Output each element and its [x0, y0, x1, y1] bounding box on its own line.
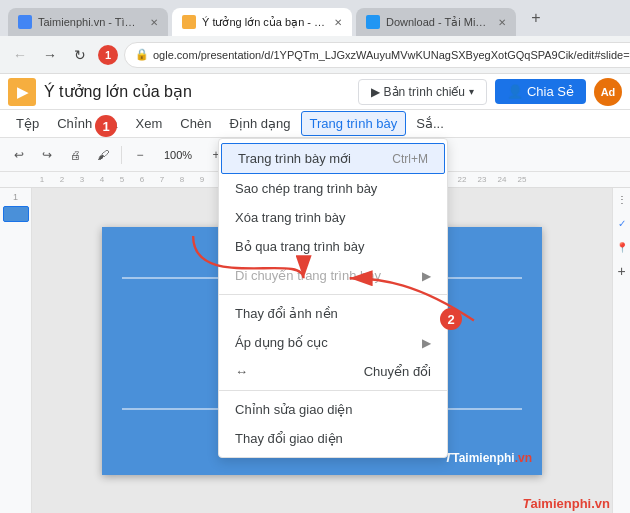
ruler-mark: 3	[72, 175, 92, 184]
dropdown-delete-slide[interactable]: Xóa trang trình bày	[219, 203, 447, 232]
convert-label: Chuyển đổi	[364, 364, 431, 379]
present-button[interactable]: ▶ Bản trình chiếu ▾	[358, 79, 487, 105]
dropdown-edit-theme[interactable]: Chỉnh sửa giao diện	[219, 395, 447, 424]
move-slide-arrow: ▶	[422, 269, 431, 283]
share-icon: 👤	[507, 84, 523, 99]
dropdown-copy-slide[interactable]: Sao chép trang trình bày	[219, 174, 447, 203]
address-bar[interactable]: 🔒 ogle.com/presentation/d/1YPQTm_LJGxzWA…	[124, 42, 630, 68]
apply-layout-arrow: ▶	[422, 336, 431, 350]
forward-button[interactable]: →	[38, 43, 62, 67]
dropdown-new-slide[interactable]: Trang trình bày mới Ctrl+M	[221, 143, 445, 174]
right-icon-2[interactable]: ✓	[615, 216, 629, 230]
paint-format-button[interactable]: 🖌	[90, 142, 116, 168]
dropdown-change-theme[interactable]: Thay đổi giao diện	[219, 424, 447, 453]
address-text: ogle.com/presentation/d/1YPQTm_LJGxzWAuy…	[153, 49, 630, 61]
zoom-level[interactable]: 100%	[155, 142, 201, 168]
slide-thumbnail[interactable]	[3, 206, 29, 222]
skip-slide-label: Bỏ qua trang trình bày	[235, 239, 364, 254]
menu-slideshow[interactable]: Trang trình bày	[301, 111, 407, 136]
apply-layout-label: Áp dụng bố cục	[235, 335, 328, 350]
undo-button[interactable]: ↩	[6, 142, 32, 168]
tab-favicon-slides	[182, 15, 196, 29]
tab-close-slides[interactable]: ✕	[334, 17, 342, 28]
ruler-mark: 23	[472, 175, 492, 184]
menu-insert[interactable]: Chèn	[172, 112, 219, 135]
tab-download[interactable]: Download - Tải Miền Phí - V... ✕	[356, 8, 516, 36]
browser-toolbar: ← → ↻ 1 🔒 ogle.com/presentation/d/1YPQTm…	[0, 36, 630, 74]
fmt-sep-1	[121, 146, 122, 164]
edit-theme-label: Chỉnh sửa giao diện	[235, 402, 353, 417]
ruler-mark: 4	[92, 175, 112, 184]
ruler-mark: 2	[52, 175, 72, 184]
change-bg-label: Thay đổi ảnh nền	[235, 306, 338, 321]
menu-file[interactable]: Tệp	[8, 112, 47, 135]
ruler-mark: 24	[492, 175, 512, 184]
new-slide-label: Trang trình bày mới	[238, 151, 351, 166]
tab-favicon-download	[366, 15, 380, 29]
ruler-mark: 25	[512, 175, 532, 184]
app-title: Ý tưởng lớn của bạn	[44, 82, 350, 101]
right-icon-1[interactable]: ⋮	[615, 192, 629, 206]
slide-logo: TTaimienphi.vn	[444, 450, 532, 465]
menu-help[interactable]: Sắ...	[408, 112, 452, 135]
separator-2	[219, 390, 447, 391]
user-initials: Ad	[601, 86, 616, 98]
dropdown-change-bg[interactable]: Thay đổi ảnh nền	[219, 299, 447, 328]
ruler-mark: 6	[132, 175, 152, 184]
tab-favicon-google	[18, 15, 32, 29]
lock-icon: 🔒	[135, 48, 149, 61]
change-theme-label: Thay đổi giao diện	[235, 431, 343, 446]
browser-titlebar: Taimienphi.vn - Tìm trên Google ... ✕ Ý …	[0, 0, 630, 36]
menu-format[interactable]: Định dạng	[221, 112, 298, 135]
dropdown-move-slide[interactable]: Di chuyển trang trình bày ▶	[219, 261, 447, 290]
right-panel: ⋮ ✓ 📍 +	[612, 188, 630, 513]
print-button[interactable]: 🖨	[62, 142, 88, 168]
share-button[interactable]: 👤 Chia Sẻ	[495, 79, 586, 104]
present-label: Bản trình chiếu	[384, 85, 465, 99]
watermark: Taimienphi.vn	[523, 496, 610, 511]
separator-1	[219, 294, 447, 295]
dropdown-convert[interactable]: ↔ Chuyển đổi	[219, 357, 447, 386]
tab-google[interactable]: Taimienphi.vn - Tìm trên Google ... ✕	[8, 8, 168, 36]
new-slide-shortcut: Ctrl+M	[392, 152, 428, 166]
ruler-mark: 8	[172, 175, 192, 184]
ruler-mark: 7	[152, 175, 172, 184]
refresh-button[interactable]: ↻	[68, 43, 92, 67]
tab-label-google: Taimienphi.vn - Tìm trên Google ...	[38, 16, 144, 28]
ruler-mark: 5	[112, 175, 132, 184]
move-slide-label: Di chuyển trang trình bày	[235, 268, 381, 283]
delete-slide-label: Xóa trang trình bày	[235, 210, 346, 225]
slideshow-dropdown: Trang trình bày mới Ctrl+M Sao chép tran…	[218, 138, 448, 458]
annotation-circle-2: 2	[440, 308, 462, 330]
dropdown-skip-slide[interactable]: Bỏ qua trang trình bày	[219, 232, 447, 261]
tab-label-download: Download - Tải Miền Phí - V...	[386, 16, 492, 29]
present-chevron: ▾	[469, 86, 474, 97]
right-icon-3[interactable]: 📍	[615, 240, 629, 254]
slides-icon: ▶	[8, 78, 36, 106]
annotation-circle-1: 1	[95, 115, 117, 137]
tab-slides[interactable]: Ý tưởng lớn của bạn - Google S... ✕	[172, 8, 352, 36]
present-icon: ▶	[371, 85, 380, 99]
back-button[interactable]: ←	[8, 43, 32, 67]
dropdown-apply-layout[interactable]: Áp dụng bố cục ▶	[219, 328, 447, 357]
ruler-mark: 9	[192, 175, 212, 184]
convert-icon: ↔	[235, 364, 248, 379]
new-tab-button[interactable]: +	[524, 6, 548, 30]
annotation-1: 1	[98, 45, 118, 65]
app-bar: ▶ Ý tưởng lớn của bạn ▶ Bản trình chiếu …	[0, 74, 630, 110]
redo-button[interactable]: ↪	[34, 142, 60, 168]
tab-close-download[interactable]: ✕	[498, 17, 506, 28]
tab-label-slides: Ý tưởng lớn của bạn - Google S...	[202, 16, 328, 29]
tab-close-google[interactable]: ✕	[150, 17, 158, 28]
zoom-out-button[interactable]: −	[127, 142, 153, 168]
slide-panel: 1	[0, 188, 32, 513]
menu-view[interactable]: Xem	[128, 112, 171, 135]
copy-slide-label: Sao chép trang trình bày	[235, 181, 377, 196]
ruler-mark: 22	[452, 175, 472, 184]
right-icon-add[interactable]: +	[615, 264, 629, 278]
share-label: Chia Sẻ	[527, 84, 574, 99]
user-avatar[interactable]: Ad	[594, 78, 622, 106]
ruler-mark: 1	[32, 175, 52, 184]
